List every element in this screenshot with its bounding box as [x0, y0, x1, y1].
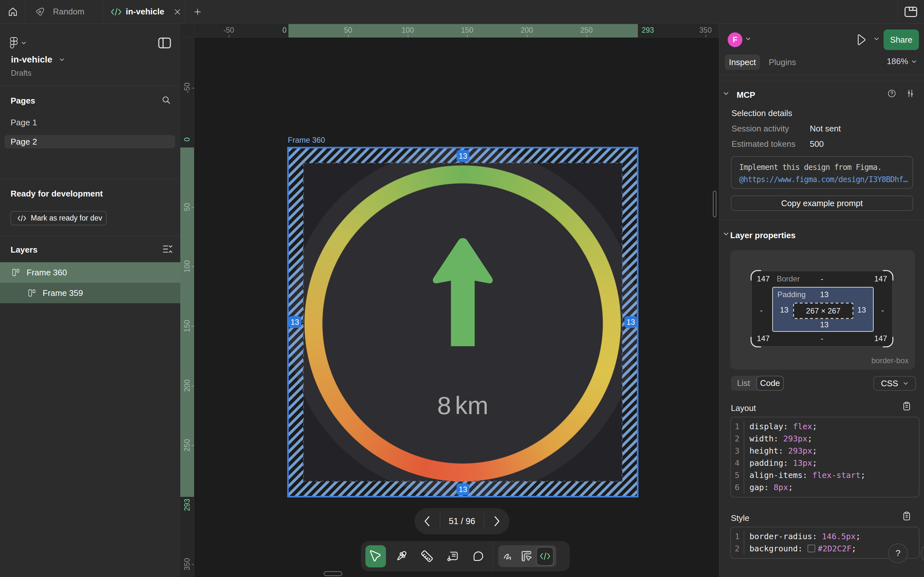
code-line: gap: 8px;: [744, 482, 793, 494]
layer-properties-title: Layer properties: [730, 230, 796, 240]
tab-in-vehicle[interactable]: in-vehicle: [103, 0, 186, 23]
dev-code-annotation-button-selected[interactable]: [536, 547, 554, 566]
view-toggle-list[interactable]: List: [731, 376, 756, 391]
ruler-number: 350: [699, 26, 712, 35]
prompt-text: Implement this design from Figma.: [739, 161, 905, 173]
ruler-tick: [229, 35, 229, 37]
vertical-scrollbar-thumb[interactable]: [713, 191, 716, 218]
code-value: flex: [793, 422, 812, 431]
previous-page-button[interactable]: [415, 508, 440, 534]
mcp-help-button[interactable]: [887, 89, 896, 98]
view-toggle-code-selected[interactable]: Code: [756, 376, 784, 391]
measure-annotation-button[interactable]: [517, 545, 536, 567]
window-tabs-button[interactable]: [903, 4, 919, 19]
layer-name: Frame 360: [27, 268, 67, 277]
share-button[interactable]: Share: [884, 29, 919, 50]
box-model-content-size: 267 × 267: [793, 303, 853, 319]
eyedropper-tool-button[interactable]: [389, 541, 414, 571]
search-pages-button[interactable]: [160, 94, 173, 106]
annotation-tool-button[interactable]: [440, 541, 465, 571]
ruler-number: 293: [183, 499, 192, 511]
prompt-link[interactable]: @https://www.figma.com/design/I3Y8BDhf…: [739, 173, 905, 185]
ruler-number: 250: [580, 26, 593, 35]
ruler-tick: [192, 88, 194, 89]
main-menu-button[interactable]: [10, 35, 30, 51]
copy-example-prompt-button[interactable]: Copy example prompt: [731, 195, 913, 211]
page-item-2-selected[interactable]: Page 2: [5, 135, 175, 148]
language-dropdown[interactable]: CSS: [873, 376, 916, 391]
divider: [0, 86, 180, 86]
draw-annotation-button[interactable]: [498, 545, 517, 567]
file-name: in-vehicle: [11, 55, 52, 65]
layer-item-frame-360[interactable]: Frame 360: [0, 262, 180, 283]
comment-tool-button[interactable]: [465, 541, 491, 571]
horizontal-scrollbar-thumb[interactable]: [324, 571, 342, 576]
divider: [719, 81, 924, 81]
copy-layout-button[interactable]: [903, 401, 911, 411]
ruler-tick: [192, 207, 194, 208]
move-tool-button-selected[interactable]: [365, 545, 386, 567]
layer-item-frame-359[interactable]: Frame 359: [0, 283, 180, 303]
code-prop: background:: [750, 544, 808, 553]
sidebar-toggle-icon: [157, 37, 172, 49]
page-item-1[interactable]: Page 1: [5, 116, 175, 129]
code-prop: height:: [750, 446, 788, 456]
frame-name-label[interactable]: Frame 360: [288, 135, 325, 145]
ruler-number: 100: [183, 260, 192, 272]
tab-inspect-selected[interactable]: Inspect: [725, 55, 760, 70]
avatar[interactable]: F: [728, 32, 742, 47]
file-title-row[interactable]: in-vehicle: [11, 55, 65, 65]
ruler-tick: [192, 326, 194, 327]
play-icon: [856, 34, 866, 45]
ruler-number: 350: [183, 558, 192, 570]
ruler-tool-button[interactable]: [414, 541, 440, 571]
close-tab-button[interactable]: [173, 8, 182, 16]
border-right-value: -: [881, 306, 884, 315]
tab-plugins[interactable]: Plugins: [769, 55, 796, 70]
zoom-level: 186%: [887, 56, 908, 66]
zoom-control[interactable]: 186%: [887, 56, 917, 66]
account-chevron[interactable]: [746, 37, 751, 40]
scribble-icon: [501, 550, 514, 562]
code-value: flex-start: [813, 471, 861, 480]
copy-style-button[interactable]: [903, 511, 911, 521]
line-number: 1: [731, 530, 744, 543]
code-line: border-radius: 146.5px;: [744, 530, 861, 543]
divider: [0, 179, 180, 179]
code-prop: display:: [750, 422, 793, 431]
comment-bubble-icon: [472, 550, 485, 562]
layer-properties-collapse-chevron[interactable]: [723, 232, 729, 235]
next-page-button[interactable]: [484, 508, 509, 534]
home-button[interactable]: [0, 0, 25, 23]
selected-frame[interactable]: 8km 13 13 13 13: [288, 147, 638, 497]
code-value: 8px: [774, 483, 788, 492]
help-button[interactable]: ?: [888, 543, 908, 563]
box-model-padding-box: Padding 13 13 13 13 267 × 267: [772, 287, 874, 332]
toggle-sidebar-button[interactable]: [157, 35, 173, 51]
code-icon: [17, 215, 26, 222]
mcp-collapse-chevron[interactable]: [723, 92, 729, 95]
new-tab-button[interactable]: [190, 0, 206, 23]
present-button[interactable]: [854, 33, 868, 46]
padding-left-value: 13: [780, 306, 788, 314]
language-value: CSS: [881, 379, 898, 388]
tab-random[interactable]: Random: [25, 0, 103, 23]
help-button-overflow[interactable]: [921, 543, 924, 563]
code-value: 146.5px: [822, 532, 856, 541]
ruler-tick: [706, 35, 706, 37]
canvas[interactable]: Frame 360 8km 13 13 13 13: [194, 37, 719, 577]
chevron-down-icon: [59, 58, 65, 61]
code-prop: width:: [750, 434, 783, 443]
ruler-number: 150: [183, 320, 192, 332]
help-circle-icon: [887, 89, 896, 98]
code-punct: ;: [813, 446, 817, 456]
mcp-settings-button[interactable]: [906, 89, 915, 98]
estimated-tokens-value: 500: [810, 139, 824, 149]
collapse-layers-button[interactable]: [161, 243, 174, 255]
present-options-chevron[interactable]: [874, 37, 879, 40]
page-label: Page 1: [11, 118, 37, 127]
mark-ready-for-dev-button[interactable]: Mark as ready for dev: [10, 211, 107, 226]
code-punct: ;: [813, 422, 817, 431]
radius-bottom-left: 147: [757, 334, 770, 343]
mcp-section-title: MCP: [737, 90, 755, 100]
